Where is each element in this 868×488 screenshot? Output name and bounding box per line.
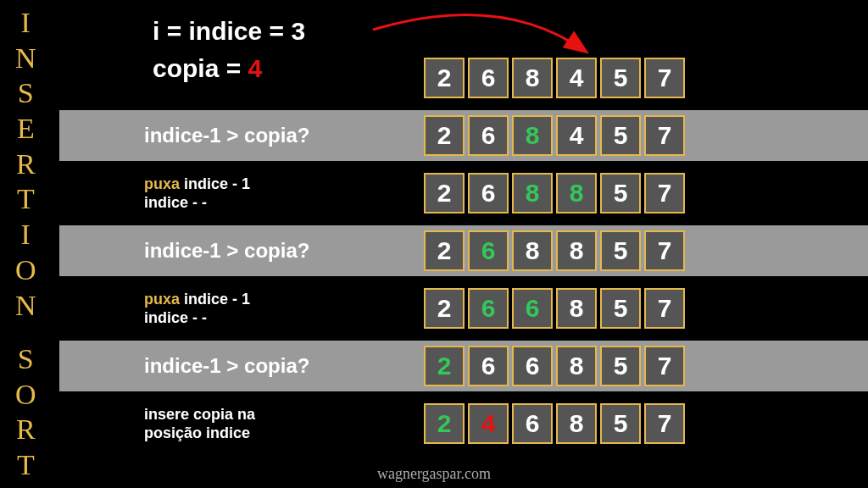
vertical-title: INSERTION SORT: [15, 8, 36, 480]
title-letter: I: [21, 8, 31, 37]
header-copia-value: 4: [248, 54, 263, 82]
array-cell: 8: [556, 403, 597, 444]
array-row: 266857: [424, 288, 685, 329]
array-cell: 5: [600, 403, 641, 444]
step-row: puxa indice - 1indice - -268857: [59, 168, 868, 219]
step-label: indice-1 > copia?: [144, 239, 309, 263]
array-cell: 8: [556, 288, 597, 329]
title-letter: R: [16, 150, 36, 179]
array-row: 268457: [424, 115, 685, 156]
array-cell: 8: [556, 230, 597, 271]
step-label: indice-1 > copia?: [144, 124, 309, 147]
step-row: insere copia naposição indice246857: [59, 398, 868, 449]
title-letter: S: [18, 345, 34, 374]
title-letter: I: [21, 220, 31, 249]
array-cell: 4: [556, 58, 597, 98]
array-cell: 2: [424, 58, 465, 98]
array-cell: 5: [600, 115, 641, 156]
title-letter: O: [15, 256, 36, 285]
array-row: 268857: [424, 230, 685, 271]
array-cell: 2: [424, 115, 465, 156]
step-row: indice-1 > copia?266857: [59, 341, 868, 391]
header-copia-prefix: copia =: [153, 54, 248, 82]
array-header: 268457: [424, 58, 685, 98]
header-line1: i = indice = 3: [153, 17, 305, 46]
array-cell: 7: [644, 58, 685, 98]
array-cell: 6: [468, 288, 509, 329]
step-row: puxa indice - 1indice - -266857: [59, 283, 868, 334]
step-row: indice-1 > copia?268857: [59, 225, 868, 276]
array-cell: 5: [600, 58, 641, 98]
array-cell: 6: [468, 230, 509, 271]
title-letter: N: [15, 291, 36, 320]
array-cell: 7: [644, 230, 685, 271]
title-letter: S: [18, 79, 34, 108]
step-label: insere copia naposição indice: [144, 405, 255, 443]
title-letter: R: [16, 415, 36, 444]
array-cell: 8: [512, 230, 553, 271]
title-letter: E: [17, 114, 35, 143]
array-cell: 4: [556, 115, 597, 156]
array-cell: 4: [468, 403, 509, 444]
array-cell: 6: [468, 346, 509, 386]
step-label: puxa indice - 1indice - -: [144, 290, 250, 328]
diagram-content: i = indice = 3 copia = 4 268457 indice-1…: [59, 0, 868, 488]
step-row: indice-1 > copia?268457: [59, 110, 868, 161]
array-cell: 8: [512, 58, 553, 98]
array-row: 266857: [424, 346, 685, 386]
array-cell: 6: [468, 173, 509, 214]
array-cell: 2: [424, 230, 465, 271]
array-cell: 2: [424, 288, 465, 329]
array-cell: 8: [556, 173, 597, 214]
array-cell: 2: [424, 346, 465, 386]
array-cell: 7: [644, 346, 685, 386]
footer-credit: wagnergaspar.com: [0, 465, 868, 483]
array-cell: 7: [644, 115, 685, 156]
title-letter: N: [15, 44, 36, 73]
array-cell: 7: [644, 403, 685, 444]
array-cell: 5: [600, 346, 641, 386]
array-cell: 6: [512, 288, 553, 329]
step-label: puxa indice - 1indice - -: [144, 175, 250, 213]
array-cell: 6: [512, 403, 553, 444]
header-line2: copia = 4: [153, 54, 305, 83]
array-cell: 6: [512, 346, 553, 386]
array-cell: 6: [468, 115, 509, 156]
array-cell: 8: [556, 346, 597, 386]
array-cell: 6: [468, 58, 509, 98]
array-cell: 5: [600, 288, 641, 329]
array-cell: 5: [600, 230, 641, 271]
array-cell: 5: [600, 173, 641, 214]
title-letter: [25, 326, 28, 338]
array-row: 268857: [424, 173, 685, 214]
array-cell: 2: [424, 403, 465, 444]
array-cell: 7: [644, 288, 685, 329]
array-row: 246857: [424, 403, 685, 444]
title-letter: T: [17, 185, 35, 214]
title-letter: O: [15, 380, 36, 409]
array-cell: 8: [512, 173, 553, 214]
header-block: i = indice = 3 copia = 4: [153, 17, 305, 83]
array-cell: 8: [512, 115, 553, 156]
array-cell: 7: [644, 173, 685, 214]
array-cell: 2: [424, 173, 465, 214]
step-label: indice-1 > copia?: [144, 354, 309, 378]
